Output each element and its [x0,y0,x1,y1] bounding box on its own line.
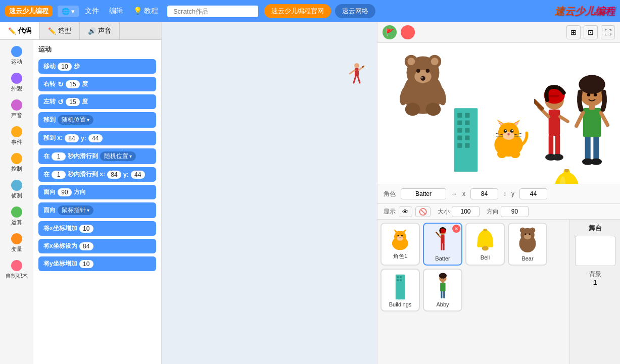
svg-point-78 [587,93,591,96]
stage-cat-sprite [489,119,529,159]
globe-icon: 🌐 [62,8,70,15]
cat-custom-dot [11,260,22,271]
svg-rect-93 [441,243,442,250]
search-input[interactable] [167,6,258,17]
wide-view-button[interactable]: ⊡ [584,25,598,39]
properties-panel: 角色 ↔ x ↕ y [377,184,620,204]
menu-file[interactable]: 文件 [81,5,103,18]
sprite-bear[interactable]: Bear [508,223,547,266]
block-move[interactable]: 移动 10 步 [38,59,156,74]
block-set-x[interactable]: 将x坐标设为 84 [38,239,156,253]
block-turn-left[interactable]: 左转 ↺ 15 度 [38,94,156,109]
cat-sensing[interactable]: 侦测 [2,177,32,202]
main-layout: ✏️ 代码 ✏️ 造型 🔊 声音 运动 外观 [0,22,620,364]
sprite-bell[interactable]: Bell [465,223,505,266]
sprite-batter-thumb [433,227,453,254]
tab-code[interactable]: ✏️ 代码 [0,22,40,39]
svg-rect-28 [465,128,469,133]
sprite-delete-batter[interactable]: ✕ [452,225,460,233]
stage-abby-sprite [575,73,610,169]
block-goto-xy[interactable]: 移到 x: 84 y: 44 [38,131,156,145]
menu-edit[interactable]: 编辑 [105,5,127,18]
block-glide-xy[interactable]: 在 1 秒内滑行到 x: 84 y: 44 [38,167,156,182]
category-sidebar: 运动 外观 声音 事件 控制 [0,40,33,364]
svg-point-14 [416,69,420,73]
cat-events[interactable]: 事件 [2,123,32,149]
svg-rect-72 [583,108,601,137]
role-name-input[interactable] [401,188,446,199]
svg-point-18 [405,102,420,116]
green-flag-button[interactable]: 🚩 [383,25,397,39]
canvas-sprite-indicator [347,63,364,87]
app-logo: 速云少儿编程 [5,6,53,17]
svg-point-43 [512,130,513,131]
sprite-batter[interactable]: ✕ Batter [423,223,462,266]
show-visible-button[interactable]: 👁 [399,206,412,217]
block-face-mouse[interactable]: 面向 鼠标指针 [38,202,156,218]
svg-rect-25 [457,121,462,125]
canvas-batter-sprite [347,63,364,85]
cat-operators[interactable]: 运算 [2,203,32,229]
sprite-abby[interactable]: Abby [423,269,462,311]
official-site-button[interactable]: 速云少儿编程官网 [264,4,331,18]
cat-motion[interactable]: 运动 [2,43,32,69]
cat-variables[interactable]: 变量 [2,230,32,256]
stage-mini-preview[interactable] [575,236,615,266]
svg-rect-31 [457,143,462,147]
svg-point-77 [579,75,605,94]
globe-menu[interactable]: 🌐 ▾ [58,6,79,17]
cat-sound[interactable]: 声音 [2,96,32,122]
sprite-cat[interactable]: 角色1 [380,223,420,266]
svg-point-84 [397,236,403,241]
block-face-direction[interactable]: 面向 90 方向 [38,185,156,199]
svg-rect-29 [457,135,462,140]
block-change-x[interactable]: 将x坐标增加 10 [38,221,156,236]
cat-appearance[interactable]: 外观 [2,70,32,95]
right-panel: 🚩 ⊞ ⊡ ⛶ [377,22,620,364]
sprite-buildings[interactable]: Buildings [380,269,420,311]
y-input[interactable] [519,188,547,199]
cat-control[interactable]: 控制 [2,150,32,176]
logo-text: 速云少儿编程 [9,7,49,16]
svg-point-62 [552,154,563,161]
stage-sidebar-title: 舞台 [589,224,602,233]
visibility-row: 显示 👁 🚫 大小 方向 [377,204,620,220]
svg-point-87 [400,237,401,238]
cat-variables-dot [11,233,22,244]
block-glide-random[interactable]: 在 1 秒内滑行到 随机位置 [38,148,156,164]
network-button[interactable]: 速云网络 [335,4,375,18]
normal-view-button[interactable]: ⊞ [566,25,581,39]
svg-point-71 [591,159,602,165]
code-canvas[interactable] [162,22,377,364]
svg-point-42 [505,130,506,131]
svg-line-74 [601,113,607,125]
svg-rect-32 [465,143,469,147]
svg-rect-94 [443,243,445,250]
costume-icon: ✏️ [48,27,56,35]
svg-rect-59 [549,135,553,157]
cat-custom[interactable]: 自制积木 [2,257,32,283]
size-input[interactable] [452,206,480,217]
blocks-area: 运动 外观 声音 事件 控制 [0,40,161,364]
block-turn-right[interactable]: 右转 ↻ 15 度 [38,77,156,91]
menu-teach[interactable]: 💡 教程 [129,5,162,18]
svg-rect-111 [440,283,445,291]
stop-button[interactable] [401,25,415,39]
fullscreen-button[interactable]: ⛶ [601,25,615,39]
block-change-y[interactable]: 将y坐标增加 10 [38,256,156,271]
svg-rect-88 [441,235,444,244]
tab-sound[interactable]: 🔊 声音 [80,22,120,39]
svg-line-3 [359,68,362,70]
block-goto-random[interactable]: 移到 随机位置 [38,112,156,128]
stage-controls: 🚩 ⊞ ⊡ ⛶ [377,22,620,43]
role-label: 角色 [384,190,396,198]
show-hidden-button[interactable]: 🚫 [415,206,431,217]
tab-costume[interactable]: ✏️ 造型 [40,22,80,39]
svg-rect-4 [362,63,364,68]
svg-rect-30 [465,135,469,140]
size-group: 大小 [438,206,480,217]
svg-rect-60 [555,135,560,157]
direction-input[interactable] [501,206,529,217]
svg-point-100 [530,228,535,233]
x-input[interactable] [470,188,498,199]
